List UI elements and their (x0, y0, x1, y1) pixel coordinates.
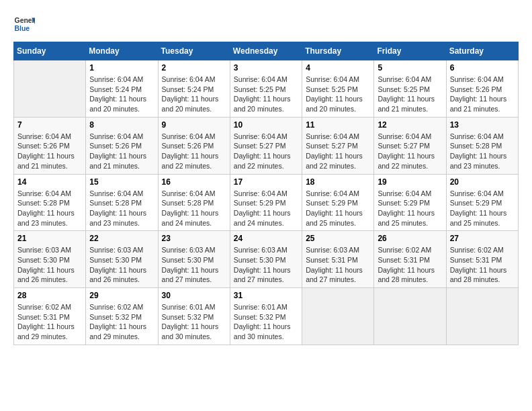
day-number: 11 (306, 120, 370, 130)
calendar-cell: 5Sunrise: 6:04 AM Sunset: 5:25 PM Daylig… (374, 60, 446, 118)
calendar-cell: 23Sunrise: 6:03 AM Sunset: 5:30 PM Dayli… (158, 231, 230, 288)
day-info: Sunrise: 6:04 AM Sunset: 5:25 PM Dayligh… (234, 75, 298, 114)
day-info: Sunrise: 6:03 AM Sunset: 5:30 PM Dayligh… (162, 245, 226, 285)
day-number: 3 (234, 63, 298, 73)
day-info: Sunrise: 6:04 AM Sunset: 5:25 PM Dayligh… (306, 75, 370, 114)
day-info: Sunrise: 6:04 AM Sunset: 5:26 PM Dayligh… (17, 132, 82, 171)
calendar-cell: 11Sunrise: 6:04 AM Sunset: 5:27 PM Dayli… (302, 117, 374, 174)
day-number: 30 (162, 291, 226, 300)
day-info: Sunrise: 6:01 AM Sunset: 5:32 PM Dayligh… (162, 302, 226, 342)
day-number: 15 (89, 177, 154, 187)
day-info: Sunrise: 6:04 AM Sunset: 5:26 PM Dayligh… (450, 75, 515, 114)
calendar-cell: 24Sunrise: 6:03 AM Sunset: 5:30 PM Dayli… (230, 231, 302, 288)
calendar-cell: 22Sunrise: 6:03 AM Sunset: 5:30 PM Dayli… (86, 231, 158, 288)
svg-text:General: General (15, 17, 35, 24)
calendar-week-row: 28Sunrise: 6:02 AM Sunset: 5:31 PM Dayli… (14, 288, 519, 345)
calendar-cell: 21Sunrise: 6:03 AM Sunset: 5:30 PM Dayli… (14, 231, 86, 288)
calendar-week-row: 1Sunrise: 6:04 AM Sunset: 5:24 PM Daylig… (14, 60, 519, 118)
day-info: Sunrise: 6:04 AM Sunset: 5:27 PM Dayligh… (378, 132, 442, 171)
day-info: Sunrise: 6:04 AM Sunset: 5:29 PM Dayligh… (450, 189, 515, 228)
day-number: 16 (162, 177, 226, 187)
day-info: Sunrise: 6:04 AM Sunset: 5:29 PM Dayligh… (234, 189, 298, 228)
calendar-cell: 25Sunrise: 6:03 AM Sunset: 5:31 PM Dayli… (302, 231, 374, 288)
calendar-cell: 4Sunrise: 6:04 AM Sunset: 5:25 PM Daylig… (302, 60, 374, 118)
calendar-cell: 12Sunrise: 6:04 AM Sunset: 5:27 PM Dayli… (374, 117, 446, 174)
day-info: Sunrise: 6:03 AM Sunset: 5:31 PM Dayligh… (306, 245, 370, 285)
logo: General Blue (13, 13, 38, 35)
calendar-cell: 1Sunrise: 6:04 AM Sunset: 5:24 PM Daylig… (86, 60, 158, 118)
day-number: 14 (17, 177, 82, 187)
calendar-cell: 9Sunrise: 6:04 AM Sunset: 5:26 PM Daylig… (158, 117, 230, 174)
calendar-week-row: 7Sunrise: 6:04 AM Sunset: 5:26 PM Daylig… (14, 117, 519, 174)
day-number: 18 (306, 177, 370, 187)
day-info: Sunrise: 6:04 AM Sunset: 5:24 PM Dayligh… (162, 75, 226, 114)
day-number: 10 (234, 120, 298, 130)
weekday-header-monday: Monday (86, 42, 158, 60)
day-info: Sunrise: 6:04 AM Sunset: 5:27 PM Dayligh… (234, 132, 298, 171)
logo-icon: General Blue (13, 13, 35, 35)
day-info: Sunrise: 6:04 AM Sunset: 5:27 PM Dayligh… (306, 132, 370, 171)
calendar-cell: 8Sunrise: 6:04 AM Sunset: 5:26 PM Daylig… (86, 117, 158, 174)
day-number: 28 (17, 291, 82, 300)
day-number: 24 (234, 234, 298, 243)
day-number: 8 (89, 120, 154, 130)
calendar-cell (302, 288, 374, 345)
day-number: 26 (378, 234, 442, 243)
day-info: Sunrise: 6:03 AM Sunset: 5:30 PM Dayligh… (17, 245, 82, 285)
weekday-header-sunday: Sunday (14, 42, 86, 60)
calendar-cell: 6Sunrise: 6:04 AM Sunset: 5:26 PM Daylig… (446, 60, 518, 118)
calendar-cell: 14Sunrise: 6:04 AM Sunset: 5:28 PM Dayli… (14, 174, 86, 231)
calendar-cell: 3Sunrise: 6:04 AM Sunset: 5:25 PM Daylig… (230, 60, 302, 118)
weekday-header-tuesday: Tuesday (158, 42, 230, 60)
day-number: 27 (450, 234, 515, 243)
day-number: 6 (450, 63, 515, 73)
day-number: 29 (89, 291, 154, 300)
day-info: Sunrise: 6:02 AM Sunset: 5:32 PM Dayligh… (89, 302, 154, 342)
day-number: 20 (450, 177, 515, 187)
calendar-cell: 15Sunrise: 6:04 AM Sunset: 5:28 PM Dayli… (86, 174, 158, 231)
day-info: Sunrise: 6:03 AM Sunset: 5:30 PM Dayligh… (89, 245, 154, 285)
calendar-cell: 16Sunrise: 6:04 AM Sunset: 5:28 PM Dayli… (158, 174, 230, 231)
day-number: 5 (378, 63, 442, 73)
calendar-cell: 31Sunrise: 6:01 AM Sunset: 5:32 PM Dayli… (230, 288, 302, 345)
calendar-table: SundayMondayTuesdayWednesdayThursdayFrid… (13, 42, 519, 345)
calendar-cell: 30Sunrise: 6:01 AM Sunset: 5:32 PM Dayli… (158, 288, 230, 345)
calendar-cell: 20Sunrise: 6:04 AM Sunset: 5:29 PM Dayli… (446, 174, 518, 231)
day-info: Sunrise: 6:04 AM Sunset: 5:26 PM Dayligh… (162, 132, 226, 171)
weekday-header-friday: Friday (374, 42, 446, 60)
calendar-cell (14, 60, 86, 118)
calendar-cell: 27Sunrise: 6:02 AM Sunset: 5:31 PM Dayli… (446, 231, 518, 288)
day-number: 7 (17, 120, 82, 130)
day-number: 22 (89, 234, 154, 243)
calendar-cell: 13Sunrise: 6:04 AM Sunset: 5:28 PM Dayli… (446, 117, 518, 174)
weekday-header-thursday: Thursday (302, 42, 374, 60)
day-number: 19 (378, 177, 442, 187)
svg-text:Blue: Blue (15, 25, 30, 32)
calendar-cell (374, 288, 446, 345)
day-number: 9 (162, 120, 226, 130)
weekday-header-saturday: Saturday (446, 42, 518, 60)
day-info: Sunrise: 6:04 AM Sunset: 5:28 PM Dayligh… (17, 189, 82, 228)
day-info: Sunrise: 6:02 AM Sunset: 5:31 PM Dayligh… (378, 245, 442, 285)
day-number: 12 (378, 120, 442, 130)
day-info: Sunrise: 6:04 AM Sunset: 5:25 PM Dayligh… (378, 75, 442, 114)
day-number: 31 (234, 291, 298, 300)
day-number: 2 (162, 63, 226, 73)
weekday-header-wednesday: Wednesday (230, 42, 302, 60)
day-number: 1 (89, 63, 154, 73)
day-info: Sunrise: 6:02 AM Sunset: 5:31 PM Dayligh… (450, 245, 515, 285)
day-info: Sunrise: 6:04 AM Sunset: 5:28 PM Dayligh… (450, 132, 515, 171)
day-info: Sunrise: 6:04 AM Sunset: 5:29 PM Dayligh… (378, 189, 442, 228)
day-info: Sunrise: 6:04 AM Sunset: 5:28 PM Dayligh… (162, 189, 226, 228)
calendar-cell: 18Sunrise: 6:04 AM Sunset: 5:29 PM Dayli… (302, 174, 374, 231)
calendar-cell: 29Sunrise: 6:02 AM Sunset: 5:32 PM Dayli… (86, 288, 158, 345)
calendar-week-row: 21Sunrise: 6:03 AM Sunset: 5:30 PM Dayli… (14, 231, 519, 288)
day-number: 4 (306, 63, 370, 73)
day-info: Sunrise: 6:04 AM Sunset: 5:28 PM Dayligh… (89, 189, 154, 228)
day-number: 17 (234, 177, 298, 187)
calendar-week-row: 14Sunrise: 6:04 AM Sunset: 5:28 PM Dayli… (14, 174, 519, 231)
day-number: 25 (306, 234, 370, 243)
day-info: Sunrise: 6:04 AM Sunset: 5:29 PM Dayligh… (306, 189, 370, 228)
calendar-cell: 19Sunrise: 6:04 AM Sunset: 5:29 PM Dayli… (374, 174, 446, 231)
weekday-header-row: SundayMondayTuesdayWednesdayThursdayFrid… (14, 42, 519, 60)
